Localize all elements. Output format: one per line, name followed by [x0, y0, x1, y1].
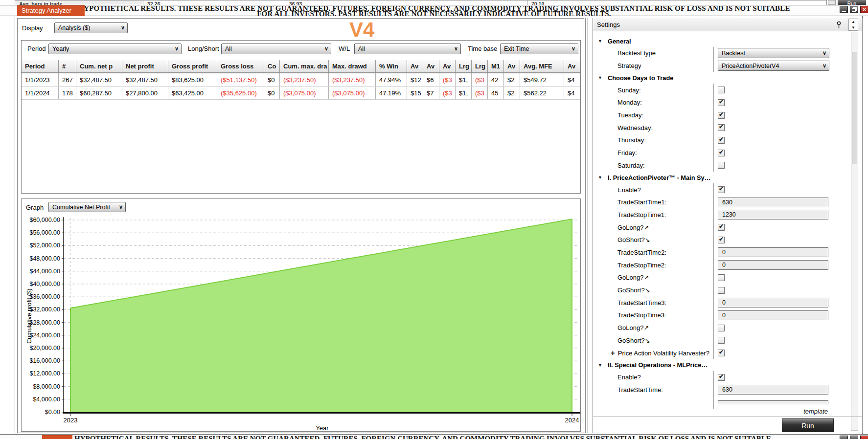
svg-text:$20,000.00: $20,000.00 — [29, 345, 60, 351]
select-value: PriceActionPivoterV4 — [722, 63, 779, 69]
column-header-avg-mfe[interactable]: Avg. MFE — [520, 60, 564, 72]
settings-section-general[interactable]: ▼General — [593, 35, 848, 47]
column-header-cum-net-p[interactable]: Cum. net p — [76, 60, 122, 72]
table-row[interactable]: 1/1/2024178$60,287.50$27,800.00$63,425.0… — [22, 87, 581, 100]
column-header-m1[interactable]: M1 — [488, 60, 504, 72]
input-tradestarttime[interactable]: 630 — [718, 385, 828, 395]
column-header-av[interactable]: Av — [439, 60, 456, 72]
column-header-cum-max-dra[interactable]: Cum. max. dra — [280, 60, 329, 72]
column-header-av[interactable]: Av — [564, 60, 580, 72]
table-cell: ($35,625.00) — [217, 87, 264, 99]
column-header-av[interactable]: Av — [407, 60, 423, 72]
column-header-gross-profit[interactable]: Gross profit — [168, 60, 217, 72]
checkbox-friday[interactable] — [718, 150, 725, 156]
column-header-av[interactable]: Av — [423, 60, 439, 72]
input-tradestoptime3[interactable]: 0 — [718, 310, 828, 320]
setting-label: TradeStopTime1: — [593, 211, 713, 219]
input-tradestarttime2[interactable]: 0 — [718, 247, 828, 257]
collapse-triangle-icon: ▼ — [598, 363, 604, 368]
input-tradestarttime3[interactable]: 0 — [718, 298, 828, 307]
column-header-gross-loss[interactable]: Gross loss — [217, 60, 264, 72]
checkbox-enable[interactable] — [718, 374, 725, 381]
display-select[interactable]: Analysis ($) ∨ — [54, 22, 128, 33]
scroll-up-button[interactable]: ▲ — [849, 19, 858, 25]
select-backtest-type[interactable]: Backtest∨ — [718, 48, 829, 58]
template-link[interactable]: template — [593, 408, 828, 415]
longshort-select[interactable]: All ∨ — [221, 44, 331, 54]
checkbox-goshort[interactable] — [718, 287, 725, 294]
v4-watermark: V4 — [349, 20, 374, 40]
pin-button[interactable] — [835, 21, 843, 29]
svg-text:$12,000.00: $12,000.00 — [29, 370, 60, 377]
timebase-select[interactable]: Exit Time ∨ — [500, 44, 578, 54]
clipped-performance-row: Avg. bars in trade 32.26 36.93 70.10 Run — [0, 0, 868, 5]
checkbox-golong[interactable] — [718, 325, 725, 331]
table-cell: $63,425.00 — [168, 87, 217, 99]
column-header-lrg[interactable]: Lrg — [472, 60, 488, 72]
minimize-button[interactable] — [840, 6, 848, 13]
scrollbar-thumb[interactable] — [852, 52, 857, 164]
table-cell: $1, — [456, 87, 472, 99]
run-button[interactable]: Run — [782, 418, 834, 432]
collapse-triangle-icon: ▼ — [598, 39, 604, 44]
input-partial[interactable] — [718, 400, 828, 404]
panel-splitter[interactable] — [585, 18, 593, 433]
section-title: I. PriceActionPivoter™ - Main Sy… — [608, 174, 711, 181]
table-cell: 1/1/2023 — [22, 73, 59, 86]
select-value: Backtest — [722, 50, 745, 57]
select-strategy[interactable]: PriceActionPivoterV4∨ — [718, 61, 829, 71]
table-row[interactable]: 1/1/2023267$32,487.50$32,487.50$83,625.0… — [22, 73, 581, 87]
input-tradestarttime1[interactable]: 630 — [718, 198, 828, 207]
svg-text:$4,000.00: $4,000.00 — [33, 396, 60, 403]
checkbox-sunday[interactable] — [718, 87, 725, 93]
svg-text:$56,000.00: $56,000.00 — [29, 229, 60, 236]
column-header-lrg[interactable]: Lrg — [456, 60, 472, 72]
wl-select[interactable]: All ∨ — [354, 44, 461, 54]
column-header-co[interactable]: Co — [264, 60, 280, 72]
collapse-triangle-icon: ▼ — [598, 75, 604, 80]
table-cell: $4 — [564, 73, 580, 86]
checkbox-enable[interactable] — [718, 186, 725, 193]
settings-row: GoLong?↗ — [593, 271, 848, 284]
checkbox-golong[interactable] — [718, 274, 725, 281]
run-button-clipped[interactable]: Run — [838, 0, 866, 5]
settings-section-i-priceactionpivoter-main-sy[interactable]: ▼I. PriceActionPivoter™ - Main Sy… — [593, 172, 848, 183]
period-select[interactable]: Yearly ∨ — [48, 44, 182, 54]
checkbox-goshort[interactable] — [718, 337, 725, 344]
input-tradestoptime2[interactable]: 0 — [718, 260, 828, 270]
checkbox-tuesday[interactable] — [718, 112, 725, 119]
checkbox-golong[interactable] — [718, 224, 725, 231]
settings-row: TradeStartTime2:0 — [593, 246, 848, 259]
column-header-item[interactable]: # — [59, 60, 76, 72]
checkbox-goshort[interactable] — [718, 237, 725, 243]
table-cell: $15 — [407, 87, 423, 99]
graph-select[interactable]: Cumulative Net Profit ∨ — [48, 202, 126, 212]
scrollbar-corner — [828, 0, 836, 5]
input-tradestoptime1[interactable]: 1230 — [718, 210, 828, 220]
wl-label: W/L — [339, 45, 350, 52]
column-header-max-drawd[interactable]: Max. drawd — [329, 60, 376, 72]
checkbox-saturday[interactable] — [718, 162, 725, 169]
column-header-period[interactable]: Period — [22, 60, 59, 72]
close-button[interactable]: ✕ — [860, 6, 868, 13]
checkbox-price-action-volatility-harvester[interactable] — [718, 350, 725, 356]
timebase-select-value: Exit Time — [504, 45, 529, 52]
scroll-down-button[interactable]: ▼ — [849, 25, 858, 31]
checkbox-monday[interactable] — [718, 99, 725, 106]
checkbox-thursday[interactable] — [718, 137, 725, 144]
settings-scrollbar[interactable] — [851, 32, 858, 431]
strategy-analyzer-tab[interactable]: Strategy Analyzer — [17, 5, 85, 16]
column-header-av[interactable]: Av — [504, 60, 520, 72]
checkbox-wednesday[interactable] — [718, 124, 725, 131]
column-header-t[interactable]: % T — [580, 60, 581, 72]
restore-button[interactable] — [850, 6, 858, 13]
table-cell: $562.22 — [520, 87, 564, 99]
chevron-down-icon: ∨ — [822, 63, 826, 69]
settings-section-choose-days-to-trade[interactable]: ▼Choose Days to Trade — [593, 72, 848, 84]
column-header-net-profit[interactable]: Net profit — [122, 60, 168, 72]
settings-section-ii-special-operations-mlprice[interactable]: ▼II. Special Operations - MLPrice… — [593, 359, 848, 371]
column-header-win[interactable]: % Win — [376, 60, 407, 72]
settings-row: StrategyPriceActionPivoterV4∨ — [593, 60, 848, 72]
svg-text:$16,000.00: $16,000.00 — [29, 357, 60, 364]
settings-row: Monday: — [593, 96, 848, 109]
